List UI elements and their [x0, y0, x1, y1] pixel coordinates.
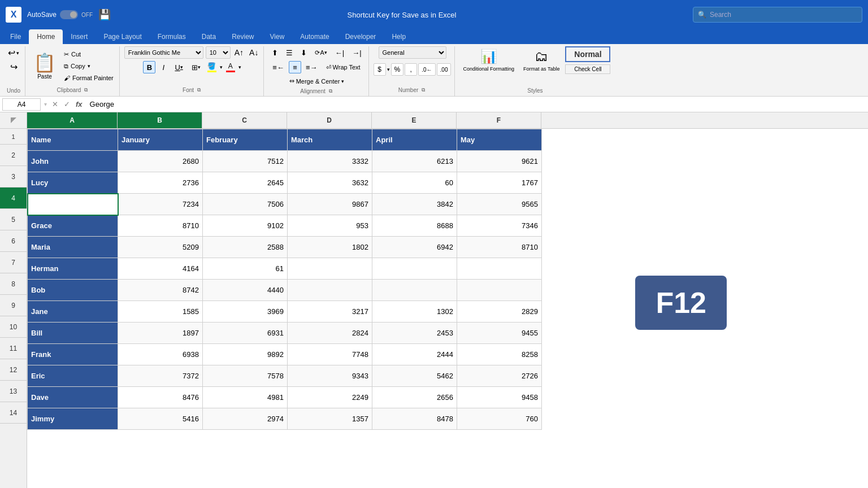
cell-b10[interactable]: 1897	[118, 323, 203, 344]
formula-input[interactable]	[88, 100, 866, 108]
cell-d5[interactable]: 953	[288, 215, 372, 237]
cell-f3[interactable]: 1767	[457, 172, 542, 194]
cell-b12[interactable]: 7372	[118, 365, 203, 387]
number-format-select[interactable]: General	[379, 46, 446, 59]
tab-file[interactable]: File	[2, 29, 29, 44]
tab-developer[interactable]: Developer	[337, 29, 384, 44]
row-header-7[interactable]: 7	[0, 252, 27, 273]
cell-f1[interactable]: May	[457, 129, 542, 151]
cell-e14[interactable]: 8478	[372, 408, 457, 430]
underline-button[interactable]: U ▾	[171, 61, 186, 73]
cell-a6[interactable]: Maria	[28, 237, 118, 258]
italic-button[interactable]: I	[157, 61, 170, 73]
cell-a9[interactable]: Jane	[28, 301, 118, 323]
cell-a4[interactable]: George	[28, 194, 118, 215]
cell-c1[interactable]: February	[203, 129, 288, 151]
decrease-font-size-button[interactable]: A↓	[248, 47, 260, 58]
center-align-button[interactable]: ≡	[289, 61, 301, 73]
paste-button[interactable]: 📋 Paste	[30, 51, 59, 81]
cell-b2[interactable]: 2680	[118, 151, 203, 172]
fill-color-button[interactable]: 🪣	[206, 61, 218, 73]
wrap-text-button[interactable]: ⏎ Wrap Text	[322, 62, 364, 73]
indent-decrease-button[interactable]: ←|	[332, 46, 348, 59]
cell-a3[interactable]: Lucy	[28, 172, 118, 194]
search-box[interactable]: 🔍	[693, 7, 862, 23]
cell-b4[interactable]: 7234	[118, 194, 203, 215]
cell-e1[interactable]: April	[372, 129, 457, 151]
cell-d13[interactable]: 2249	[288, 387, 372, 408]
cell-d12[interactable]: 9343	[288, 365, 372, 387]
cell-c7[interactable]: 61	[203, 258, 288, 280]
cell-c13[interactable]: 4981	[203, 387, 288, 408]
row-header-3[interactable]: 3	[0, 166, 27, 188]
bottom-align-button[interactable]: ⬇	[297, 46, 310, 59]
cell-f5[interactable]: 7346	[457, 215, 542, 237]
cell-b13[interactable]: 8476	[118, 387, 203, 408]
col-header-c[interactable]: C	[202, 112, 287, 128]
cell-d11[interactable]: 7748	[288, 344, 372, 365]
row-header-10[interactable]: 10	[0, 316, 27, 338]
row-header-5[interactable]: 5	[0, 209, 27, 230]
borders-button[interactable]: ⊞ ▾	[188, 61, 204, 73]
cell-a10[interactable]: Bill	[28, 323, 118, 344]
cell-a14[interactable]: Jimmy	[28, 408, 118, 430]
format-painter-button[interactable]: 🖌 Format Painter	[62, 73, 116, 82]
cell-e12[interactable]: 5462	[372, 365, 457, 387]
tab-data[interactable]: Data	[194, 29, 224, 44]
cell-e3[interactable]: 60	[372, 172, 457, 194]
row-header-14[interactable]: 14	[0, 402, 27, 424]
copy-button[interactable]: ⧉ Copy ▾	[62, 62, 116, 71]
cell-b14[interactable]: 5416	[118, 408, 203, 430]
cell-b7[interactable]: 4164	[118, 258, 203, 280]
cell-d14[interactable]: 1357	[288, 408, 372, 430]
row-header-6[interactable]: 6	[0, 230, 27, 252]
merge-center-button[interactable]: ⇔ Merge & Center ▾	[285, 76, 349, 86]
merge-dropdown-icon[interactable]: ▾	[341, 79, 344, 84]
redo-button[interactable]: ↪	[8, 60, 20, 73]
font-color-dropdown-icon[interactable]: ▾	[238, 64, 241, 70]
cell-b8[interactable]: 8742	[118, 280, 203, 301]
select-all-button[interactable]	[0, 112, 27, 128]
cell-f14[interactable]: 760	[457, 408, 542, 430]
cell-c4[interactable]: 7506	[203, 194, 288, 215]
cell-c2[interactable]: 7512	[203, 151, 288, 172]
cell-a13[interactable]: Dave	[28, 387, 118, 408]
cut-button[interactable]: ✂ Cut	[62, 50, 116, 59]
number-expand-button[interactable]: ⧉	[420, 86, 426, 94]
cell-c12[interactable]: 7578	[203, 365, 288, 387]
cell-b6[interactable]: 5209	[118, 237, 203, 258]
currency-dropdown-icon[interactable]: ▾	[387, 67, 390, 72]
cell-ref-expand-icon[interactable]: ▾	[44, 101, 47, 107]
row-header-12[interactable]: 12	[0, 359, 27, 381]
cell-c11[interactable]: 9892	[203, 344, 288, 365]
cell-e5[interactable]: 8688	[372, 215, 457, 237]
cell-f4[interactable]: 9565	[457, 194, 542, 215]
row-header-11[interactable]: 11	[0, 338, 27, 359]
cell-d6[interactable]: 1802	[288, 237, 372, 258]
cell-b5[interactable]: 8710	[118, 215, 203, 237]
cell-e4[interactable]: 3842	[372, 194, 457, 215]
cell-c14[interactable]: 2974	[203, 408, 288, 430]
cell-a12[interactable]: Eric	[28, 365, 118, 387]
tab-insert[interactable]: Insert	[63, 29, 96, 44]
tab-page-layout[interactable]: Page Layout	[96, 29, 149, 44]
col-header-b[interactable]: B	[118, 112, 202, 128]
cell-d9[interactable]: 3217	[288, 301, 372, 323]
fill-color-dropdown-icon[interactable]: ▾	[220, 64, 223, 70]
cell-f6[interactable]: 8710	[457, 237, 542, 258]
col-header-f[interactable]: F	[457, 112, 541, 128]
cell-f2[interactable]: 9621	[457, 151, 542, 172]
cell-d3[interactable]: 3632	[288, 172, 372, 194]
cell-d1[interactable]: March	[288, 129, 372, 151]
cell-c10[interactable]: 6931	[203, 323, 288, 344]
font-expand-button[interactable]: ⧉	[196, 86, 202, 94]
cell-a7[interactable]: Herman	[28, 258, 118, 280]
cell-e2[interactable]: 6213	[372, 151, 457, 172]
font-name-select[interactable]: Franklin Gothic Me	[124, 46, 203, 59]
cell-c8[interactable]: 4440	[203, 280, 288, 301]
col-header-d[interactable]: D	[287, 112, 372, 128]
increase-decimal-button[interactable]: .00	[437, 63, 452, 76]
decrease-decimal-button[interactable]: .0←	[418, 63, 435, 76]
col-header-e[interactable]: E	[372, 112, 457, 128]
tab-formulas[interactable]: Formulas	[150, 29, 194, 44]
